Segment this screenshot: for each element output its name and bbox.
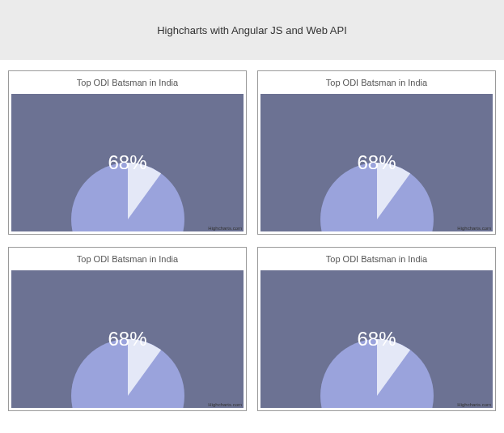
chart-attribution: Highcharts.com xyxy=(208,226,242,231)
chart-plot-area: 68% Highcharts.com xyxy=(260,94,493,231)
page-title: Highcharts with Angular JS and Web API xyxy=(157,24,347,36)
chart-percentage-label: 68% xyxy=(108,328,146,350)
chart-percentage-label: 68% xyxy=(108,151,146,174)
chart-card: Top ODI Batsman in India 68% Highcharts.… xyxy=(8,247,247,411)
page-header: Highcharts with Angular JS and Web API xyxy=(0,0,504,60)
chart-percentage-label: 68% xyxy=(357,328,396,350)
chart-attribution: Highcharts.com xyxy=(208,402,242,407)
chart-attribution: Highcharts.com xyxy=(457,402,491,407)
chart-attribution: Highcharts.com xyxy=(457,226,491,231)
chart-grid: Top ODI Batsman in India 68% Highcharts.… xyxy=(0,60,504,411)
chart-title: Top ODI Batsman in India xyxy=(260,250,493,270)
chart-title: Top ODI Batsman in India xyxy=(260,74,493,94)
chart-plot-area: 68% Highcharts.com xyxy=(260,270,493,408)
chart-card: Top ODI Batsman in India 68% Highcharts.… xyxy=(257,247,496,411)
chart-plot-area: 68% Highcharts.com xyxy=(11,94,244,231)
chart-percentage-label: 68% xyxy=(357,151,396,174)
chart-plot-area: 68% Highcharts.com xyxy=(11,270,244,408)
chart-title: Top ODI Batsman in India xyxy=(11,250,244,270)
chart-title: Top ODI Batsman in India xyxy=(11,74,244,94)
chart-card: Top ODI Batsman in India 68% Highcharts.… xyxy=(257,70,496,235)
chart-card: Top ODI Batsman in India 68% Highcharts.… xyxy=(8,70,247,235)
